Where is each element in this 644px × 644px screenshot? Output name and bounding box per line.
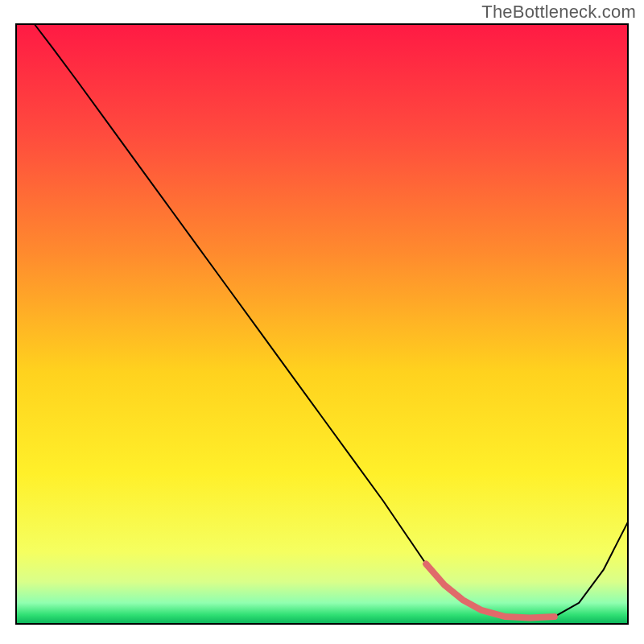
chart-container: TheBottleneck.com bbox=[0, 0, 644, 644]
plot-area bbox=[16, 24, 628, 624]
watermark-text: TheBottleneck.com bbox=[481, 2, 636, 23]
plot-background bbox=[16, 24, 628, 624]
chart-svg bbox=[0, 0, 644, 644]
